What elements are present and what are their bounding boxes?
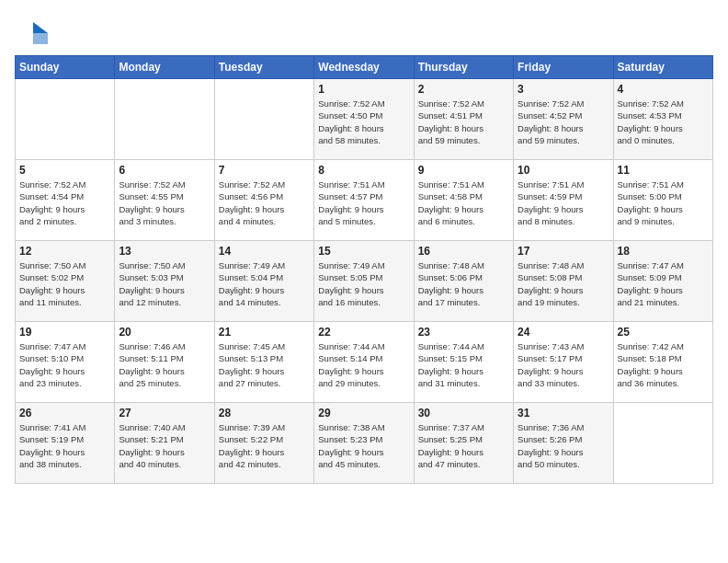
calendar-cell: 7Sunrise: 7:52 AM Sunset: 4:56 PM Daylig…: [214, 160, 313, 241]
day-number: 8: [318, 164, 409, 177]
calendar-cell: 10Sunrise: 7:51 AM Sunset: 4:59 PM Dayli…: [514, 160, 613, 241]
weekday-header-wednesday: Wednesday: [314, 56, 414, 79]
svg-marker-2: [33, 33, 48, 44]
day-info: Sunrise: 7:52 AM Sunset: 4:52 PM Dayligh…: [518, 98, 609, 146]
day-number: 26: [19, 407, 110, 419]
calendar-week-row: 5Sunrise: 7:52 AM Sunset: 4:54 PM Daylig…: [16, 160, 713, 241]
calendar-week-row: 1Sunrise: 7:52 AM Sunset: 4:50 PM Daylig…: [16, 79, 713, 160]
day-info: Sunrise: 7:50 AM Sunset: 5:03 PM Dayligh…: [119, 259, 210, 308]
day-info: Sunrise: 7:49 AM Sunset: 5:05 PM Dayligh…: [318, 259, 409, 308]
day-number: 6: [119, 164, 210, 177]
weekday-header-sunday: Sunday: [16, 56, 115, 79]
calendar-header: SundayMondayTuesdayWednesdayThursdayFrid…: [16, 56, 713, 79]
calendar-cell: [115, 79, 214, 160]
calendar-cell: 23Sunrise: 7:44 AM Sunset: 5:15 PM Dayli…: [414, 322, 513, 403]
day-info: Sunrise: 7:51 AM Sunset: 5:00 PM Dayligh…: [618, 178, 709, 227]
day-number: 24: [518, 326, 609, 339]
calendar-cell: 19Sunrise: 7:47 AM Sunset: 5:10 PM Dayli…: [16, 322, 115, 403]
day-info: Sunrise: 7:49 AM Sunset: 5:04 PM Dayligh…: [219, 259, 310, 308]
day-number: 22: [318, 326, 409, 339]
calendar-cell: 14Sunrise: 7:49 AM Sunset: 5:04 PM Dayli…: [214, 241, 313, 322]
day-number: 17: [518, 245, 609, 258]
day-number: 23: [418, 326, 509, 339]
calendar-cell: 2Sunrise: 7:52 AM Sunset: 4:51 PM Daylig…: [414, 79, 513, 160]
calendar-week-row: 12Sunrise: 7:50 AM Sunset: 5:02 PM Dayli…: [16, 241, 713, 322]
day-number: 29: [318, 407, 409, 419]
day-info: Sunrise: 7:50 AM Sunset: 5:02 PM Dayligh…: [19, 259, 110, 308]
calendar-body: 1Sunrise: 7:52 AM Sunset: 4:50 PM Daylig…: [16, 79, 713, 484]
calendar-cell: 25Sunrise: 7:42 AM Sunset: 5:18 PM Dayli…: [613, 322, 712, 403]
day-number: 11: [618, 164, 709, 177]
logo: [15, 15, 51, 48]
weekday-header-row: SundayMondayTuesdayWednesdayThursdayFrid…: [16, 56, 713, 79]
day-number: 13: [119, 245, 210, 258]
logo-icon: [15, 15, 48, 48]
calendar-cell: [613, 403, 712, 484]
calendar-cell: 5Sunrise: 7:52 AM Sunset: 4:54 PM Daylig…: [16, 160, 115, 241]
day-info: Sunrise: 7:51 AM Sunset: 4:58 PM Dayligh…: [418, 178, 509, 227]
day-number: 19: [19, 326, 110, 339]
day-info: Sunrise: 7:38 AM Sunset: 5:23 PM Dayligh…: [318, 421, 409, 470]
day-info: Sunrise: 7:48 AM Sunset: 5:08 PM Dayligh…: [518, 259, 609, 308]
weekday-header-thursday: Thursday: [414, 56, 513, 79]
calendar-cell: [16, 79, 115, 160]
calendar-cell: [214, 79, 313, 160]
calendar-cell: 11Sunrise: 7:51 AM Sunset: 5:00 PM Dayli…: [613, 160, 712, 241]
day-number: 1: [318, 83, 409, 96]
day-number: 5: [19, 164, 110, 177]
calendar-cell: 28Sunrise: 7:39 AM Sunset: 5:22 PM Dayli…: [214, 403, 313, 484]
day-number: 3: [518, 83, 609, 96]
day-info: Sunrise: 7:36 AM Sunset: 5:26 PM Dayligh…: [518, 421, 609, 470]
page-header: [15, 15, 713, 48]
calendar-week-row: 19Sunrise: 7:47 AM Sunset: 5:10 PM Dayli…: [16, 322, 713, 403]
day-info: Sunrise: 7:51 AM Sunset: 4:59 PM Dayligh…: [518, 178, 609, 227]
day-info: Sunrise: 7:41 AM Sunset: 5:19 PM Dayligh…: [19, 421, 110, 470]
day-number: 2: [418, 83, 509, 96]
calendar-cell: 3Sunrise: 7:52 AM Sunset: 4:52 PM Daylig…: [514, 79, 613, 160]
weekday-header-friday: Friday: [514, 56, 613, 79]
day-number: 28: [219, 407, 310, 419]
calendar-table: SundayMondayTuesdayWednesdayThursdayFrid…: [15, 55, 713, 484]
calendar-cell: 17Sunrise: 7:48 AM Sunset: 5:08 PM Dayli…: [514, 241, 613, 322]
weekday-header-monday: Monday: [115, 56, 214, 79]
calendar-cell: 21Sunrise: 7:45 AM Sunset: 5:13 PM Dayli…: [214, 322, 313, 403]
day-number: 31: [518, 407, 609, 419]
day-info: Sunrise: 7:52 AM Sunset: 4:51 PM Dayligh…: [418, 98, 509, 146]
calendar-cell: 12Sunrise: 7:50 AM Sunset: 5:02 PM Dayli…: [16, 241, 115, 322]
day-info: Sunrise: 7:47 AM Sunset: 5:10 PM Dayligh…: [19, 340, 110, 389]
calendar-cell: 22Sunrise: 7:44 AM Sunset: 5:14 PM Dayli…: [314, 322, 414, 403]
day-info: Sunrise: 7:52 AM Sunset: 4:55 PM Dayligh…: [119, 178, 210, 227]
calendar-cell: 1Sunrise: 7:52 AM Sunset: 4:50 PM Daylig…: [314, 79, 414, 160]
day-info: Sunrise: 7:47 AM Sunset: 5:09 PM Dayligh…: [618, 259, 709, 308]
day-number: 27: [119, 407, 210, 419]
day-info: Sunrise: 7:42 AM Sunset: 5:18 PM Dayligh…: [618, 340, 709, 389]
day-info: Sunrise: 7:48 AM Sunset: 5:06 PM Dayligh…: [418, 259, 509, 308]
weekday-header-tuesday: Tuesday: [214, 56, 313, 79]
day-info: Sunrise: 7:52 AM Sunset: 4:54 PM Dayligh…: [19, 178, 110, 227]
calendar-week-row: 26Sunrise: 7:41 AM Sunset: 5:19 PM Dayli…: [16, 403, 713, 484]
day-number: 12: [19, 245, 110, 258]
calendar-cell: 24Sunrise: 7:43 AM Sunset: 5:17 PM Dayli…: [514, 322, 613, 403]
day-info: Sunrise: 7:44 AM Sunset: 5:14 PM Dayligh…: [318, 340, 409, 389]
weekday-header-saturday: Saturday: [613, 56, 712, 79]
calendar-cell: 4Sunrise: 7:52 AM Sunset: 4:53 PM Daylig…: [613, 79, 712, 160]
day-number: 4: [618, 83, 709, 96]
day-info: Sunrise: 7:45 AM Sunset: 5:13 PM Dayligh…: [219, 340, 310, 389]
calendar-cell: 30Sunrise: 7:37 AM Sunset: 5:25 PM Dayli…: [414, 403, 513, 484]
day-number: 14: [219, 245, 310, 258]
day-number: 30: [418, 407, 509, 419]
calendar-cell: 20Sunrise: 7:46 AM Sunset: 5:11 PM Dayli…: [115, 322, 214, 403]
day-info: Sunrise: 7:46 AM Sunset: 5:11 PM Dayligh…: [119, 340, 210, 389]
svg-marker-1: [33, 22, 48, 33]
day-info: Sunrise: 7:52 AM Sunset: 4:50 PM Dayligh…: [318, 98, 409, 146]
day-info: Sunrise: 7:52 AM Sunset: 4:56 PM Dayligh…: [219, 178, 310, 227]
day-number: 25: [618, 326, 709, 339]
day-info: Sunrise: 7:37 AM Sunset: 5:25 PM Dayligh…: [418, 421, 509, 470]
calendar-cell: 26Sunrise: 7:41 AM Sunset: 5:19 PM Dayli…: [16, 403, 115, 484]
calendar-cell: 31Sunrise: 7:36 AM Sunset: 5:26 PM Dayli…: [514, 403, 613, 484]
calendar-cell: 6Sunrise: 7:52 AM Sunset: 4:55 PM Daylig…: [115, 160, 214, 241]
day-info: Sunrise: 7:40 AM Sunset: 5:21 PM Dayligh…: [119, 421, 210, 470]
calendar-cell: 29Sunrise: 7:38 AM Sunset: 5:23 PM Dayli…: [314, 403, 414, 484]
calendar-cell: 8Sunrise: 7:51 AM Sunset: 4:57 PM Daylig…: [314, 160, 414, 241]
day-number: 21: [219, 326, 310, 339]
